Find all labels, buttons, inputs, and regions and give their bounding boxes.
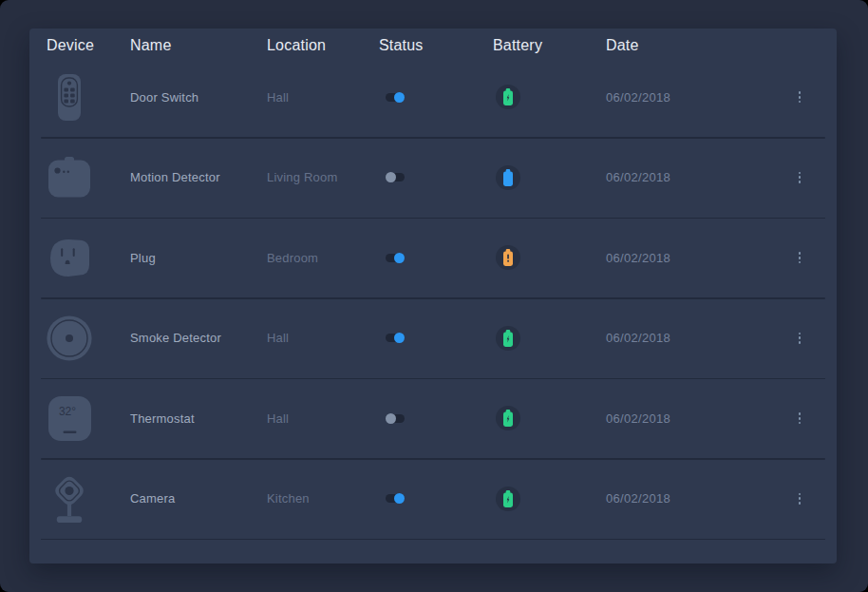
device-location: Bedroom: [267, 251, 379, 265]
toggle-knob: [386, 413, 396, 424]
device-location: Living Room: [267, 170, 379, 184]
kebab-dot: [799, 176, 802, 179]
toggle-knob: [386, 172, 396, 182]
device-date: 06/02/2018: [606, 90, 787, 105]
kebab-dot: [799, 101, 802, 104]
kebab-dot: [799, 502, 802, 505]
device-name: Thermostat: [130, 411, 267, 426]
battery-charging-icon: [496, 487, 520, 511]
kebab-dot: [799, 261, 802, 264]
header-status: Status: [379, 37, 493, 54]
device-location: Hall: [267, 90, 379, 105]
header-name: Name: [130, 37, 267, 54]
kebab-dot: [799, 493, 802, 496]
thermostat-icon: 32°: [47, 389, 92, 448]
battery-charging-icon: [496, 326, 520, 351]
device-name: Motion Detector: [130, 170, 267, 184]
row-menu-button[interactable]: [787, 406, 812, 430]
header-battery: Battery: [493, 37, 606, 54]
plug-icon: [47, 228, 92, 287]
device-location: Kitchen: [267, 491, 379, 506]
kebab-dot: [799, 333, 802, 335]
app-background: Device Name Location Status Battery Date…: [0, 0, 868, 592]
device-name: Door Switch: [130, 90, 267, 105]
device-row[interactable]: Smoke Detector Hall 06/02/2018: [29, 298, 837, 379]
device-location: Hall: [267, 411, 379, 426]
device-row[interactable]: Motion Detector Living Room 06/02/2018: [29, 138, 837, 219]
status-toggle[interactable]: [386, 334, 405, 342]
smoke-detector-icon: [47, 309, 92, 368]
device-date: 06/02/2018: [606, 251, 787, 265]
kebab-dot: [799, 252, 802, 255]
remote-icon: [47, 67, 92, 126]
device-date: 06/02/2018: [606, 331, 787, 345]
device-row[interactable]: Door Switch Hall 06/02/2018: [29, 57, 837, 138]
kebab-dot: [799, 172, 802, 175]
table-body: Door Switch Hall 06/02/2018 Motion De: [29, 57, 837, 539]
status-toggle[interactable]: [386, 254, 405, 262]
device-location: Hall: [267, 331, 379, 345]
status-toggle[interactable]: [386, 414, 405, 423]
row-menu-button[interactable]: [787, 487, 812, 511]
kebab-dot: [799, 91, 802, 94]
header-location: Location: [267, 37, 379, 54]
device-date: 06/02/2018: [606, 170, 787, 184]
row-menu-button[interactable]: [787, 326, 812, 351]
devices-table-card: Device Name Location Status Battery Date…: [29, 29, 837, 563]
kebab-dot: [799, 341, 802, 344]
device-name: Camera: [130, 491, 267, 506]
toggle-knob: [394, 333, 405, 343]
device-row[interactable]: 32° Thermostat Hall 06/02/2018: [29, 378, 837, 459]
kebab-dot: [799, 417, 802, 420]
toggle-knob: [394, 92, 405, 103]
svg-text:32°: 32°: [58, 404, 75, 417]
toggle-knob: [394, 493, 405, 504]
status-toggle[interactable]: [386, 93, 405, 102]
status-toggle[interactable]: [386, 173, 405, 181]
kebab-dot: [799, 422, 802, 425]
kebab-dot: [799, 96, 802, 99]
kebab-dot: [799, 412, 802, 415]
battery-charging-icon: [496, 85, 520, 109]
device-date: 06/02/2018: [606, 411, 787, 426]
device-row[interactable]: Plug Bedroom 06/02/2018: [29, 218, 837, 298]
device-date: 06/02/2018: [606, 491, 787, 506]
device-name: Smoke Detector: [130, 331, 267, 345]
row-menu-button[interactable]: [787, 85, 812, 109]
camera-icon: [47, 469, 92, 528]
kebab-dot: [799, 257, 802, 259]
kebab-dot: [799, 181, 802, 183]
battery-charging-icon: [496, 406, 520, 430]
header-date: Date: [606, 37, 787, 54]
motion-detector-icon: [47, 148, 92, 207]
row-menu-button[interactable]: [787, 165, 812, 190]
device-name: Plug: [130, 251, 267, 265]
kebab-dot: [799, 336, 802, 339]
toggle-knob: [394, 253, 405, 263]
header-device: Device: [47, 37, 130, 54]
battery-low-icon: [496, 245, 520, 270]
table-header-row: Device Name Location Status Battery Date: [29, 29, 837, 57]
device-row[interactable]: Camera Kitchen 06/02/2018: [29, 459, 837, 540]
status-toggle[interactable]: [386, 494, 405, 503]
battery-full-icon: [496, 165, 520, 190]
row-menu-button[interactable]: [787, 245, 812, 270]
kebab-dot: [799, 497, 802, 500]
